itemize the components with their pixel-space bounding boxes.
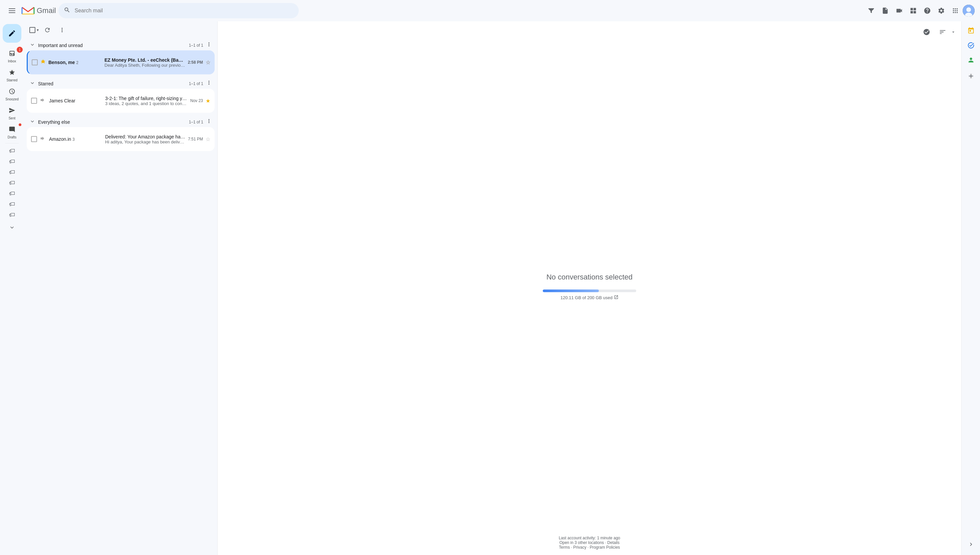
email-subject-2: 3-2-1: The gift of failure, right-sizing… bbox=[105, 96, 188, 101]
refresh-button[interactable] bbox=[41, 24, 53, 36]
email-star-2[interactable]: ★ bbox=[206, 98, 210, 104]
hamburger-button[interactable] bbox=[5, 4, 19, 18]
section-more-important[interactable] bbox=[206, 41, 212, 49]
rail-add-button[interactable] bbox=[964, 69, 978, 83]
email-meta-3: 7:51 PM ☆ bbox=[188, 136, 210, 143]
sent-icon bbox=[4, 105, 20, 116]
label-item-3[interactable]: 🏷 bbox=[4, 167, 20, 177]
email-sender-col-3: Amazon.in 3 bbox=[49, 136, 103, 142]
inbox-label: Inbox bbox=[8, 59, 16, 63]
email-sender-1: Benson, me 2 bbox=[48, 60, 79, 65]
email-star-3[interactable]: ☆ bbox=[206, 136, 210, 143]
email-snippet-3: Hi aditya, Your package has been deliver… bbox=[105, 140, 185, 144]
details-link[interactable]: Details bbox=[607, 541, 620, 545]
topbar-icons bbox=[864, 4, 975, 18]
section-more-everything[interactable] bbox=[206, 118, 212, 126]
program-policies-link[interactable]: Program Policies bbox=[590, 545, 620, 550]
email-sender-2: James Clear bbox=[49, 98, 76, 103]
email-snippet-1: Dear Aditya Sheth, Following our previou… bbox=[105, 63, 185, 68]
apps-button[interactable] bbox=[949, 4, 962, 18]
email-meta-1: 2:58 PM ☆ bbox=[188, 59, 210, 66]
settings-button[interactable] bbox=[935, 4, 948, 18]
reading-pane-check-button[interactable] bbox=[920, 25, 933, 39]
section-collapse-important[interactable] bbox=[29, 42, 35, 49]
label-item-7[interactable]: 🏷 bbox=[4, 210, 20, 220]
search-input[interactable] bbox=[74, 8, 293, 14]
inbox-badge: 1 bbox=[17, 47, 23, 53]
user-avatar[interactable] bbox=[963, 5, 975, 17]
select-dropdown-arrow[interactable]: ▾ bbox=[37, 28, 39, 32]
storage-text: 120.11 GB of 200 GB used bbox=[560, 295, 618, 300]
select-all-checkbox[interactable] bbox=[29, 27, 35, 33]
label-item-1[interactable]: 🏷 bbox=[4, 146, 20, 156]
reading-pane: No conversations selected 120.11 GB of 2… bbox=[217, 21, 961, 555]
sidebar-item-snoozed[interactable]: Snoozed bbox=[0, 85, 24, 103]
table-row[interactable]: Amazon.in 3 Delivered: Your Amazon packa… bbox=[27, 127, 215, 151]
sidebar-expand-button[interactable] bbox=[5, 221, 19, 234]
label-item-6[interactable]: 🏷 bbox=[4, 199, 20, 209]
sort-button[interactable] bbox=[936, 25, 949, 39]
section-title-everything: Everything else bbox=[38, 119, 186, 125]
meet-button[interactable] bbox=[893, 4, 906, 18]
email-checkbox-2[interactable] bbox=[31, 98, 37, 104]
starred-label: Starred bbox=[7, 79, 18, 82]
sidebar: 1 Inbox Starred Snoozed bbox=[0, 21, 24, 555]
email-meta-2: Nov 23 ★ bbox=[190, 98, 210, 104]
rail-contacts-button[interactable] bbox=[964, 53, 978, 67]
email-star-1[interactable]: ☆ bbox=[206, 59, 210, 66]
email-time-3: 7:51 PM bbox=[188, 137, 203, 141]
footer-locations: Open in 3 other locations · Details bbox=[559, 541, 620, 545]
reading-pane-sort-controls bbox=[936, 25, 956, 39]
table-row[interactable]: James Clear 3-2-1: The gift of failure, … bbox=[27, 89, 215, 113]
gmail-logo: Gmail bbox=[21, 6, 56, 16]
reading-pane-empty-state: No conversations selected 120.11 GB of 2… bbox=[543, 43, 636, 530]
sidebar-item-starred[interactable]: Starred bbox=[0, 66, 24, 83]
storage-section: 120.11 GB of 200 GB used bbox=[543, 290, 636, 300]
search-bar[interactable] bbox=[58, 3, 299, 18]
compose-button[interactable] bbox=[3, 24, 21, 43]
section-collapse-everything[interactable] bbox=[29, 119, 35, 126]
section-count-everything: 1–1 of 1 bbox=[189, 120, 203, 124]
svg-rect-0 bbox=[9, 8, 15, 9]
section-more-starred[interactable] bbox=[206, 80, 212, 87]
open-locations-link[interactable]: Open in 3 other locations bbox=[559, 541, 604, 545]
label-item-5[interactable]: 🏷 bbox=[4, 189, 20, 198]
svg-rect-2 bbox=[9, 12, 15, 13]
email-snippet-2: 3 ideas, 2 quotes, and 1 question to con… bbox=[105, 101, 188, 106]
email-checkbox-1[interactable] bbox=[32, 59, 38, 66]
sidebar-item-inbox[interactable]: 1 Inbox bbox=[0, 47, 24, 64]
storage-external-link[interactable] bbox=[614, 295, 618, 300]
email-subject-3: Delivered: Your Amazon package has been … bbox=[105, 134, 185, 140]
rail-tasks-button[interactable] bbox=[964, 39, 978, 52]
terms-link[interactable]: Terms bbox=[559, 545, 570, 550]
rail-calendar-button[interactable] bbox=[964, 24, 978, 37]
view-toggle-button[interactable] bbox=[906, 4, 920, 18]
reading-pane-footer: Last account activity: 1 minute ago Open… bbox=[554, 530, 626, 555]
sidebar-item-drafts[interactable]: Drafts bbox=[0, 123, 24, 140]
topbar: Gmail bbox=[0, 0, 980, 21]
email-content-col-3: Delivered: Your Amazon package has been … bbox=[105, 134, 185, 144]
email-sender-count-1: 2 bbox=[76, 60, 79, 65]
section-collapse-starred[interactable] bbox=[29, 80, 35, 87]
label-item-2[interactable]: 🏷 bbox=[4, 157, 20, 166]
email-checkbox-3[interactable] bbox=[31, 136, 37, 142]
footer-activity: Last account activity: 1 minute ago bbox=[559, 536, 620, 541]
filter-button[interactable] bbox=[864, 4, 878, 18]
document-button[interactable] bbox=[879, 4, 892, 18]
sidebar-divider bbox=[5, 143, 19, 143]
sort-dropdown-button[interactable] bbox=[951, 25, 956, 39]
main-layout: 1 Inbox Starred Snoozed bbox=[0, 21, 980, 555]
more-options-button[interactable] bbox=[56, 24, 68, 36]
help-button[interactable] bbox=[920, 4, 934, 18]
privacy-link[interactable]: Privacy bbox=[573, 545, 586, 550]
table-row[interactable]: Benson, me 2 EZ Money Pte. Ltd. - eeChec… bbox=[27, 50, 215, 74]
section-header-important: Important and unread 1–1 of 1 bbox=[27, 39, 215, 50]
sidebar-item-sent[interactable]: Sent bbox=[0, 104, 24, 121]
select-all-wrap[interactable]: ▾ bbox=[29, 27, 39, 33]
email-list-panel: ▾ Important and unread 1–1 of 1 bbox=[24, 21, 217, 555]
email-content-col-2: 3-2-1: The gift of failure, right-sizing… bbox=[105, 96, 188, 106]
email-sender-col-1: Benson, me 2 bbox=[48, 60, 102, 65]
label-item-4[interactable]: 🏷 bbox=[4, 178, 20, 188]
right-rail-expand-button[interactable] bbox=[966, 539, 976, 550]
email-content-col-1: EZ Money Pte. Ltd. - eeCheck (Background… bbox=[105, 57, 185, 68]
